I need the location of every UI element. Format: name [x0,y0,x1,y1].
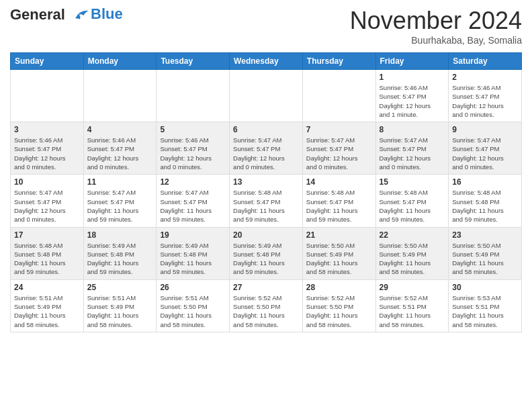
day-number: 8 [380,125,445,134]
day-info: Sunrise: 5:51 AM Sunset: 5:49 PM Dayligh… [87,293,153,329]
day-number: 15 [380,177,445,187]
day-info: Sunrise: 5:50 AM Sunset: 5:49 PM Dayligh… [452,241,518,277]
day-info: Sunrise: 5:48 AM Sunset: 5:48 PM Dayligh… [14,241,80,277]
day-number: 18 [87,230,153,240]
day-info: Sunrise: 5:48 AM Sunset: 5:48 PM Dayligh… [452,188,518,224]
calendar-cell: 8Sunrise: 5:47 AM Sunset: 5:47 PM Daylig… [375,122,449,175]
page-container: General Blue November 2024 Buurhakaba, B… [0,0,532,339]
day-number: 17 [14,230,80,240]
calendar-week-4: 17Sunrise: 5:48 AM Sunset: 5:48 PM Dayli… [11,227,522,279]
calendar-cell: 3Sunrise: 5:46 AM Sunset: 5:47 PM Daylig… [11,122,84,175]
calendar-cell: 28Sunrise: 5:52 AM Sunset: 5:50 PM Dayli… [302,279,375,332]
day-number: 24 [14,283,80,292]
day-info: Sunrise: 5:52 AM Sunset: 5:50 PM Dayligh… [233,293,299,329]
title-block: November 2024 Buurhakaba, Bay, Somalia [350,7,522,46]
day-number: 16 [452,177,518,187]
calendar-cell: 21Sunrise: 5:50 AM Sunset: 5:49 PM Dayli… [302,227,375,279]
weekday-header-thursday: Thursday [302,53,375,70]
day-number: 2 [452,73,518,82]
calendar-cell: 20Sunrise: 5:49 AM Sunset: 5:48 PM Dayli… [230,227,303,279]
day-number: 20 [233,230,299,240]
calendar-cell: 12Sunrise: 5:47 AM Sunset: 5:47 PM Dayli… [157,175,230,227]
logo: General Blue [10,7,123,23]
calendar-cell: 7Sunrise: 5:47 AM Sunset: 5:47 PM Daylig… [302,122,375,175]
logo-blue: Blue [91,5,123,23]
day-info: Sunrise: 5:47 AM Sunset: 5:47 PM Dayligh… [233,136,299,171]
day-info: Sunrise: 5:47 AM Sunset: 5:47 PM Dayligh… [14,188,80,224]
day-number: 21 [306,230,372,240]
calendar-cell: 29Sunrise: 5:52 AM Sunset: 5:51 PM Dayli… [375,279,449,332]
calendar-cell: 15Sunrise: 5:48 AM Sunset: 5:47 PM Dayli… [375,175,449,227]
day-number: 13 [233,177,299,187]
calendar-cell: 23Sunrise: 5:50 AM Sunset: 5:49 PM Dayli… [449,227,522,279]
day-number: 3 [14,125,80,134]
calendar-cell [302,70,375,122]
day-number: 26 [160,283,226,292]
day-info: Sunrise: 5:51 AM Sunset: 5:50 PM Dayligh… [160,293,226,329]
calendar-week-2: 3Sunrise: 5:46 AM Sunset: 5:47 PM Daylig… [11,122,522,175]
day-info: Sunrise: 5:49 AM Sunset: 5:48 PM Dayligh… [160,241,226,277]
day-number: 22 [380,230,445,240]
day-info: Sunrise: 5:47 AM Sunset: 5:47 PM Dayligh… [306,136,372,171]
calendar-cell: 13Sunrise: 5:48 AM Sunset: 5:47 PM Dayli… [230,175,303,227]
day-number: 29 [380,283,445,292]
calendar-cell: 30Sunrise: 5:53 AM Sunset: 5:51 PM Dayli… [449,279,522,332]
calendar-cell: 24Sunrise: 5:51 AM Sunset: 5:49 PM Dayli… [11,279,84,332]
day-info: Sunrise: 5:47 AM Sunset: 5:47 PM Dayligh… [452,136,518,171]
weekday-header-wednesday: Wednesday [230,53,303,70]
calendar-cell: 6Sunrise: 5:47 AM Sunset: 5:47 PM Daylig… [230,122,303,175]
location: Buurhakaba, Bay, Somalia [350,35,522,46]
day-info: Sunrise: 5:53 AM Sunset: 5:51 PM Dayligh… [452,293,518,329]
day-info: Sunrise: 5:48 AM Sunset: 5:47 PM Dayligh… [233,188,299,224]
day-info: Sunrise: 5:50 AM Sunset: 5:49 PM Dayligh… [306,241,372,277]
day-number: 19 [160,230,226,240]
day-info: Sunrise: 5:51 AM Sunset: 5:49 PM Dayligh… [14,293,80,329]
calendar-cell: 2Sunrise: 5:46 AM Sunset: 5:47 PM Daylig… [449,70,522,122]
calendar-cell: 16Sunrise: 5:48 AM Sunset: 5:48 PM Dayli… [449,175,522,227]
calendar-cell: 14Sunrise: 5:48 AM Sunset: 5:47 PM Dayli… [302,175,375,227]
day-info: Sunrise: 5:48 AM Sunset: 5:47 PM Dayligh… [306,188,372,224]
calendar-cell: 11Sunrise: 5:47 AM Sunset: 5:47 PM Dayli… [83,175,157,227]
day-info: Sunrise: 5:49 AM Sunset: 5:48 PM Dayligh… [233,241,299,277]
day-info: Sunrise: 5:47 AM Sunset: 5:47 PM Dayligh… [160,188,226,224]
day-info: Sunrise: 5:47 AM Sunset: 5:47 PM Dayligh… [87,188,153,224]
day-number: 25 [87,283,153,292]
calendar-week-5: 24Sunrise: 5:51 AM Sunset: 5:49 PM Dayli… [11,279,522,332]
weekday-header-monday: Monday [83,53,157,70]
day-number: 11 [87,177,153,187]
day-number: 28 [306,283,372,292]
day-number: 30 [452,283,518,292]
calendar-cell: 17Sunrise: 5:48 AM Sunset: 5:48 PM Dayli… [11,227,84,279]
calendar-cell [157,70,230,122]
month-title: November 2024 [350,7,522,35]
day-info: Sunrise: 5:49 AM Sunset: 5:48 PM Dayligh… [87,241,153,277]
calendar-cell [83,70,157,122]
calendar-cell: 10Sunrise: 5:47 AM Sunset: 5:47 PM Dayli… [11,175,84,227]
day-number: 7 [306,125,372,134]
calendar-cell: 18Sunrise: 5:49 AM Sunset: 5:48 PM Dayli… [83,227,157,279]
day-info: Sunrise: 5:50 AM Sunset: 5:49 PM Dayligh… [380,241,445,277]
calendar-cell: 1Sunrise: 5:46 AM Sunset: 5:47 PM Daylig… [375,70,449,122]
day-number: 9 [452,125,518,134]
day-info: Sunrise: 5:52 AM Sunset: 5:51 PM Dayligh… [380,293,445,329]
day-info: Sunrise: 5:48 AM Sunset: 5:47 PM Dayligh… [380,188,445,224]
day-number: 4 [87,125,153,134]
weekday-header-saturday: Saturday [449,53,522,70]
calendar-cell [11,70,84,122]
calendar-cell: 9Sunrise: 5:47 AM Sunset: 5:47 PM Daylig… [449,122,522,175]
weekday-header-sunday: Sunday [11,53,84,70]
day-number: 14 [306,177,372,187]
calendar-cell: 4Sunrise: 5:46 AM Sunset: 5:47 PM Daylig… [83,122,157,175]
weekday-header-tuesday: Tuesday [157,53,230,70]
calendar-table: SundayMondayTuesdayWednesdayThursdayFrid… [10,52,522,332]
day-info: Sunrise: 5:46 AM Sunset: 5:47 PM Dayligh… [380,83,445,119]
day-number: 23 [452,230,518,240]
day-info: Sunrise: 5:52 AM Sunset: 5:50 PM Dayligh… [306,293,372,329]
calendar-cell: 19Sunrise: 5:49 AM Sunset: 5:48 PM Dayli… [157,227,230,279]
day-number: 27 [233,283,299,292]
day-number: 10 [14,177,80,187]
weekday-header-row: SundayMondayTuesdayWednesdayThursdayFrid… [11,53,522,70]
day-info: Sunrise: 5:46 AM Sunset: 5:47 PM Dayligh… [160,136,226,171]
day-info: Sunrise: 5:46 AM Sunset: 5:47 PM Dayligh… [87,136,153,171]
logo-bird-icon [71,9,89,22]
